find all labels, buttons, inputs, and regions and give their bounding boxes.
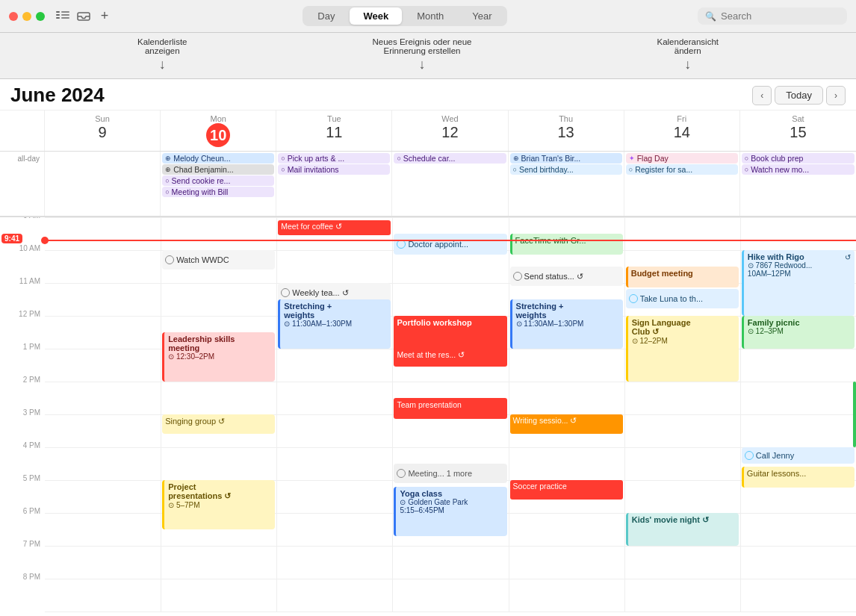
event-green-bar xyxy=(853,382,856,447)
search-icon: 🔍 xyxy=(705,11,716,22)
time-scroll[interactable]: 9 AM 10 AM 11 AM 12 PM 1 PM 2 PM 3 PM 4 … xyxy=(0,217,856,616)
allday-thu: ⊕Brian Tran's Bir... ○Send birthday... xyxy=(509,152,624,216)
event-writing[interactable]: Writing sessio... ↺ xyxy=(510,414,623,434)
event-guitar[interactable]: Guitar lessons... xyxy=(742,467,855,488)
event-tue-stretching[interactable]: Stretching + weights ⊙ 11:30AM–1:30PM xyxy=(278,299,391,349)
annotation-bar: Kalenderlisteanzeigen ↓ Neues Ereignis o… xyxy=(0,33,856,79)
calendar-nav: ‹ Today › xyxy=(752,86,846,105)
event-team-presentation[interactable]: Team presentation xyxy=(394,398,506,419)
time-labels: 9 AM 10 AM 11 AM 12 PM 1 PM 2 PM 3 PM 4 … xyxy=(0,217,45,612)
event-meeting-more[interactable]: Meeting... 1 more xyxy=(394,464,506,483)
allday-event-watch-movie[interactable]: ○Watch new mo... xyxy=(742,164,855,175)
tab-week[interactable]: Week xyxy=(350,7,402,25)
today-button[interactable]: Today xyxy=(775,86,823,105)
calendar-header-row: June 2024 ‹ Today › xyxy=(0,79,856,111)
svg-rect-2 xyxy=(56,17,60,19)
annotation-right: Kalenderansichtändern ↓ xyxy=(657,37,719,72)
allday-event-mail[interactable]: ○Mail invitations xyxy=(278,164,390,175)
minimize-button[interactable] xyxy=(22,12,31,21)
allday-event-chad[interactable]: ⊕Chad Benjamin... xyxy=(162,164,274,175)
tab-year[interactable]: Year xyxy=(459,7,505,25)
calendar-title: June 2024 xyxy=(10,84,752,107)
event-family-picnic[interactable]: Family picnic ⊙ 12–3PM xyxy=(742,316,855,349)
allday-event-send-birthday[interactable]: ○Send birthday... xyxy=(510,164,622,175)
events-mon: Watch WWDC Leadership skills meeting ⊙ 1… xyxy=(161,217,276,612)
event-thu-stretching[interactable]: Stretching + weights ⊙ 11:30AM–1:30PM xyxy=(510,299,623,349)
event-soccer[interactable]: Soccer practice xyxy=(510,480,623,500)
annotation-center: Neues Ereignis oder neueErinnerung erste… xyxy=(373,37,472,72)
event-meet-res[interactable]: Meet at the res... ↺ xyxy=(394,349,506,367)
next-button[interactable]: › xyxy=(826,86,846,105)
events-sun xyxy=(45,217,161,612)
annotation-left: Kalenderlisteanzeigen ↓ xyxy=(137,37,187,72)
event-watch-wwdc[interactable]: Watch WWDC xyxy=(162,250,275,270)
titlebar: + Day Week Month Year 🔍 xyxy=(0,0,856,33)
day-header-mon: Mon 10 xyxy=(161,111,276,151)
current-time-line xyxy=(45,240,856,241)
allday-sun xyxy=(45,152,161,216)
search-box: 🔍 xyxy=(698,7,847,25)
allday-event-bookclub[interactable]: ○Book club prep xyxy=(742,153,855,164)
traffic-lights xyxy=(9,12,45,21)
day-header-fri: Fri 14 xyxy=(624,111,740,151)
allday-event-schedule-car[interactable]: ○Schedule car... xyxy=(394,153,506,164)
tab-month[interactable]: Month xyxy=(403,7,457,25)
maximize-button[interactable] xyxy=(36,12,45,21)
day-header-tue: Tue 11 xyxy=(276,111,392,151)
close-button[interactable] xyxy=(9,12,18,21)
svg-rect-0 xyxy=(56,11,60,13)
day-header-sat: Sat 15 xyxy=(740,111,856,151)
event-singing-group[interactable]: Singing group ↺ xyxy=(162,414,275,434)
day-headers: Sun 9 Mon 10 Tue 11 Wed 12 Thu 13 Fri 14 xyxy=(0,111,856,152)
event-luna[interactable]: Take Luna to th... xyxy=(626,289,739,308)
event-doctor[interactable]: Doctor appoint... xyxy=(394,234,506,255)
events-fri: Budget meeting Take Luna to th... Sign L… xyxy=(624,217,740,612)
event-call-jenny[interactable]: Call Jenny xyxy=(742,447,855,464)
allday-event-meeting-bill[interactable]: ○Meeting with Bill xyxy=(162,187,274,197)
allday-wed: ○Schedule car... xyxy=(392,152,508,216)
events-thu: FaceTime with Gr... Send status... ↺ Str… xyxy=(509,217,624,612)
allday-sat: ○Book club prep ○Watch new mo... xyxy=(740,152,856,216)
inbox-icon[interactable] xyxy=(76,9,91,24)
event-project-presentations[interactable]: Project presentations ↺ ⊙ 5–7PM xyxy=(162,480,275,529)
app-window: + Day Week Month Year 🔍 Kalenderlisteanz… xyxy=(0,0,856,616)
event-meet-coffee[interactable]: Meet for coffee ↺ xyxy=(278,220,391,235)
svg-rect-1 xyxy=(56,14,60,16)
events-sat: Hike with Rigo↺ ⊙ 7867 Redwood... 10AM–1… xyxy=(740,217,856,612)
events-wed: Doctor appoint... Portfolio workshop Mee… xyxy=(392,217,508,612)
allday-event-brian[interactable]: ⊕Brian Tran's Bir... xyxy=(510,153,622,164)
event-kids-movie[interactable]: Kids' movie night ↺ xyxy=(626,513,739,546)
event-budget[interactable]: Budget meeting xyxy=(626,267,739,287)
prev-button[interactable]: ‹ xyxy=(752,86,772,105)
allday-event-pickup[interactable]: ○Pick up arts & ... xyxy=(278,153,390,164)
event-send-status[interactable]: Send status... ↺ xyxy=(510,267,623,286)
event-hike[interactable]: Hike with Rigo↺ ⊙ 7867 Redwood... 10AM–1… xyxy=(742,250,855,316)
calendar-list-icon[interactable] xyxy=(55,9,70,24)
allday-row: all-day ⊕Melody Cheun... ⊕Chad Benjamin.… xyxy=(0,152,856,217)
tab-day[interactable]: Day xyxy=(304,7,348,25)
event-yoga[interactable]: Yoga class ⊙ Golden Gate Park 5:15–6:45P… xyxy=(394,487,506,536)
event-facetime[interactable]: FaceTime with Gr... xyxy=(510,234,623,255)
time-grid-inner: 9 AM 10 AM 11 AM 12 PM 1 PM 2 PM 3 PM 4 … xyxy=(0,217,856,612)
svg-rect-3 xyxy=(61,11,69,13)
events-tue: Meet for coffee ↺ Weekly tea... ↺ Stretc… xyxy=(276,217,392,612)
search-input[interactable] xyxy=(721,10,833,22)
day-header-thu: Thu 13 xyxy=(509,111,624,151)
allday-event-cookie[interactable]: ○Send cookie re... xyxy=(162,175,274,186)
add-event-button[interactable]: + xyxy=(97,9,112,24)
allday-tue: ○Pick up arts & ... ○Mail invitations xyxy=(276,152,392,216)
svg-rect-4 xyxy=(61,14,69,16)
event-leadership[interactable]: Leadership skills meeting ⊙ 12:30–2PM xyxy=(162,332,275,382)
day-header-wed: Wed 12 xyxy=(392,111,508,151)
allday-event-register[interactable]: ○Register for sa... xyxy=(626,164,738,175)
current-time-label: 9:41 xyxy=(1,234,22,243)
allday-event-melody[interactable]: ⊕Melody Cheun... xyxy=(162,153,274,164)
nav-tabs: Day Week Month Year xyxy=(303,6,506,26)
event-sign-language[interactable]: Sign Language Club ↺ ⊙ 12–2PM xyxy=(626,316,739,382)
allday-label: all-day xyxy=(0,152,45,216)
allday-mon: ⊕Melody Cheun... ⊕Chad Benjamin... ○Send… xyxy=(161,152,276,216)
allday-fri: ✦Flag Day ○Register for sa... xyxy=(624,152,740,216)
allday-event-flag-day[interactable]: ✦Flag Day xyxy=(626,153,738,164)
svg-rect-5 xyxy=(61,17,69,19)
day-header-sun: Sun 9 xyxy=(45,111,161,151)
